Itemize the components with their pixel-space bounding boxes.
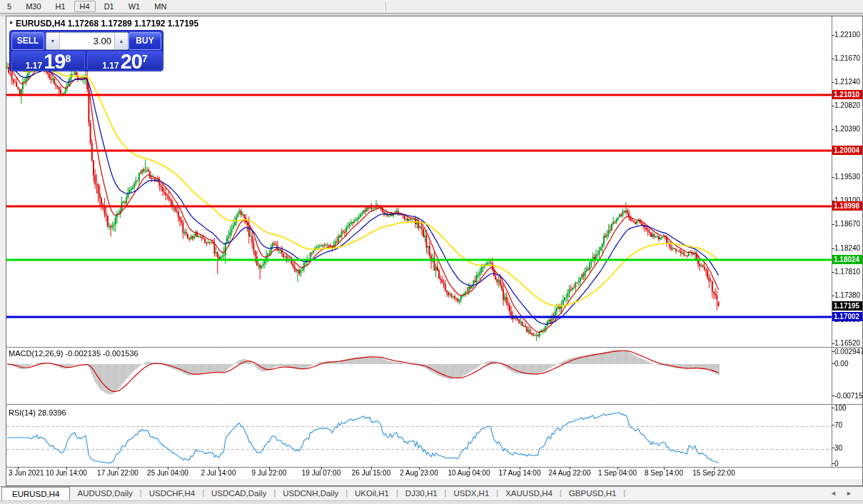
symbol-tab-XAUUSD-H4[interactable]: XAUUSD,H4 [498, 487, 560, 501]
ask-price-big: 20 [121, 53, 142, 71]
chart-title: EURUSD,H4 1.17268 1.17289 1.17192 1.1719… [16, 19, 198, 29]
collapse-chart-icon[interactable]: ▲ [9, 19, 14, 24]
sell-button[interactable]: SELL [11, 32, 44, 50]
macd-indicator-label: MACD(12,26,9) -0.002135 -0.001536 [9, 349, 138, 358]
ask-price-pipette: 7 [142, 53, 148, 64]
symbol-tab-EURUSD-H4[interactable]: EURUSD,H4 [1, 487, 70, 501]
symbol-tab-DJ30-H1[interactable]: DJ30,H1 [398, 487, 445, 501]
timeframe-button-W1[interactable]: W1 [123, 1, 146, 12]
toolbar-divider [385, 1, 386, 11]
chart-window: ▲ EURUSD,H4 1.17268 1.17289 1.17192 1.17… [6, 16, 863, 486]
rsi-indicator-label: RSI(14) 28.9396 [9, 408, 66, 417]
time-axis-label: 19 Jul 07:00 [302, 469, 341, 477]
axis-scale-label: 0 [834, 460, 839, 468]
symbol-tab-USDCNH-Daily[interactable]: USDCNH,Daily [276, 487, 345, 501]
timeframe-button-H4[interactable]: H4 [74, 1, 96, 12]
price-line-tag: 1.21010 [832, 90, 862, 99]
tab-scroll-left-icon[interactable]: ◄ [830, 490, 837, 497]
time-axis-label: 10 Jun 14:00 [46, 469, 87, 477]
axis-scale-label: 1.20820 [834, 101, 860, 109]
time-axis-label: 2 Jul 14:00 [201, 469, 236, 477]
bottom-scroll-strip [6, 479, 862, 485]
bid-price-pipette: 8 [65, 53, 71, 64]
symbol-tab-USDCAD-Daily[interactable]: USDCAD,Daily [204, 487, 273, 501]
axis-scale-label: 1.18670 [834, 220, 860, 228]
time-axis-label: 26 Jul 15:00 [352, 469, 391, 477]
chart-canvas[interactable] [6, 16, 862, 485]
price-line-tag: 1.20004 [832, 146, 862, 155]
symbol-tab-GBPUSD-H1[interactable]: GBPUSD,H1 [562, 487, 623, 501]
axis-scale-label: 1.17380 [834, 291, 860, 299]
bid-price-display[interactable]: 1.17198 [11, 51, 85, 71]
time-axis-label: 24 Aug 22:00 [549, 469, 591, 477]
price-line-tag: 1.18024 [832, 255, 862, 264]
axis-scale-label: 0.002947 [834, 348, 863, 356]
bid-price-prefix: 1.17 [26, 61, 42, 71]
time-axis-label: 1 Sep 04:00 [598, 469, 637, 477]
tab-scroll-right-icon[interactable]: ► [846, 490, 852, 497]
time-axis-label: 3 Jun 2021 [9, 469, 44, 477]
timeframe-button-5[interactable]: 5 [1, 1, 17, 12]
axis-scale-label: 1.18240 [834, 244, 860, 252]
one-click-trading-panel: SELL ▼ ▲ BUY 1.17198 1.17207 [9, 30, 163, 71]
symbol-tab-UKOil-H1[interactable]: UKOil,H1 [348, 487, 396, 501]
axis-scale-label: -0.007153 [834, 392, 863, 400]
terminal-window: 5M30H1H4D1W1MN ▲ EURUSD,H4 1.17268 1.172… [0, 0, 863, 504]
price-line-tag: 1.17002 [832, 312, 862, 321]
axis-scale-label: 1.19530 [834, 173, 860, 181]
window-bottom-edge [0, 500, 863, 504]
bid-price-big: 19 [44, 53, 65, 71]
axis-scale-label: 100 [834, 404, 847, 412]
time-axis-label: 15 Sep 22:00 [692, 469, 735, 477]
symbol-tab-AUDUSD-Daily[interactable]: AUDUSD,Daily [70, 487, 139, 501]
time-axis-label: 10 Aug 04:00 [448, 469, 490, 477]
axis-scale-label: 1.17810 [834, 268, 860, 276]
timeframe-button-H1[interactable]: H1 [50, 1, 71, 12]
volume-input[interactable] [60, 33, 114, 49]
axis-scale-label: 1.21670 [834, 54, 860, 62]
time-axis-label: 17 Aug 14:00 [499, 469, 541, 477]
tab-separator: | [623, 487, 625, 501]
buy-button[interactable]: BUY [128, 32, 161, 50]
symbol-tab-USDCHF-H4[interactable]: USDCHF,H4 [142, 487, 203, 501]
timeframe-button-D1[interactable]: D1 [99, 1, 120, 12]
chart-tab-bar: EURUSD,H4AUDUSD,Daily|USDCHF,H4|USDCAD,D… [0, 486, 863, 501]
timeframe-button-M30[interactable]: M30 [20, 1, 46, 12]
time-axis-label: 2 Aug 23:00 [400, 469, 438, 477]
time-axis-label: 8 Sep 14:00 [645, 469, 683, 477]
axis-scale-label: 1.22100 [834, 31, 860, 39]
axis-scale-label: 0.00 [834, 360, 848, 368]
time-axis-label: 25 Jun 04:00 [147, 469, 188, 477]
volume-increase-button[interactable]: ▲ [114, 33, 128, 49]
axis-scale-label: 1.21240 [834, 78, 860, 86]
time-axis-label: 9 Jul 22:00 [252, 469, 287, 477]
ask-price-display[interactable]: 1.17207 [87, 51, 163, 71]
timeframe-toolbar: 5M30H1H4D1W1MN [0, 0, 863, 13]
symbol-tab-USDX-H1[interactable]: USDX,H1 [446, 487, 496, 501]
volume-decrease-button[interactable]: ▼ [46, 33, 60, 49]
axis-scale-label: 30 [834, 444, 842, 452]
current-price-tag: 1.17195 [832, 301, 862, 311]
axis-scale-label: 1.16520 [834, 339, 860, 347]
axis-scale-label: 70 [834, 421, 842, 429]
timeframe-button-MN[interactable]: MN [148, 1, 172, 12]
axis-scale-label: 1.20390 [834, 125, 860, 133]
time-axis-label: 17 Jun 22:00 [97, 469, 138, 477]
volume-stepper: ▼ ▲ [46, 32, 128, 50]
price-line-tag: 1.18998 [832, 201, 862, 211]
ask-price-prefix: 1.17 [102, 61, 118, 71]
